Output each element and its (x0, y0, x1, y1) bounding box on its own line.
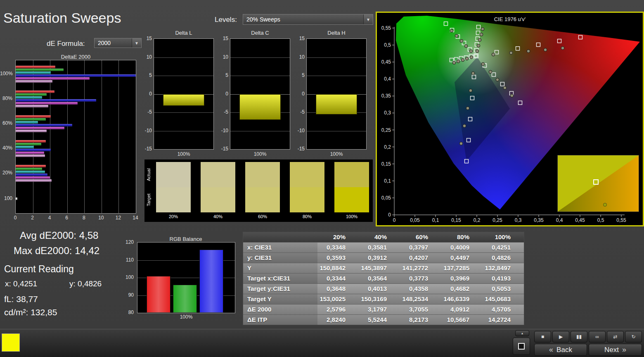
gridline (230, 131, 290, 131)
deltae-bar (16, 152, 44, 154)
table-cell: 5,5244 (359, 315, 400, 325)
svg-text:0,15: 0,15 (381, 161, 391, 167)
delta-h-title: Delta H (306, 30, 367, 36)
rgb-balance-xlabel: 100% (137, 314, 235, 320)
table-header-cell: 60% (400, 232, 441, 242)
refresh-button[interactable]: ↻ (625, 331, 642, 343)
delta-y-label: 5 (293, 72, 305, 78)
de-formula-value: 2000 (98, 40, 111, 46)
delta-y-label: 15 (140, 36, 152, 41)
gridline (230, 76, 290, 76)
de-formula-select[interactable]: 2000 ▼ (94, 38, 142, 48)
cie-measured-marker (469, 89, 472, 92)
cie-measured-marker (478, 38, 481, 42)
rgb-balance-title: RGB Balance (136, 236, 235, 242)
double-chevron-left-icon: « (549, 345, 553, 354)
svg-text:0,4: 0,4 (556, 217, 563, 223)
gridline (154, 112, 213, 113)
table-cell: 0,4497 (441, 253, 483, 263)
svg-text:0,3: 0,3 (515, 217, 522, 223)
cie-measured-marker (459, 142, 463, 145)
target-row-label: Target (146, 188, 151, 212)
delta-y-label: -15 (217, 146, 228, 152)
actual-target-swatch (290, 162, 324, 212)
play-button[interactable]: ▶ (552, 331, 569, 343)
swatch-level-label: 20% (156, 214, 191, 219)
delta-l-plot (154, 38, 214, 150)
deltae-y-label: 100% (0, 71, 12, 76)
table-cell: 153,0025 (317, 294, 359, 304)
cie-diagram-panel[interactable]: CIE 1976 u'v' 000,050,050,10,10,150 (376, 12, 644, 226)
table-cell: 0,4013 (359, 284, 400, 294)
svg-text:0,4: 0,4 (384, 76, 391, 82)
table-cell: 146,6339 (441, 294, 483, 304)
deltae-bar (16, 168, 42, 170)
next-button[interactable]: Next » (589, 344, 642, 356)
svg-text:0,05: 0,05 (410, 217, 420, 223)
cie-measured-marker (457, 60, 460, 63)
deltae-bar (16, 143, 41, 145)
deltae-bar (16, 77, 90, 80)
delta-y-label: 0 (217, 91, 228, 97)
back-button[interactable]: « Back (534, 344, 587, 356)
double-chevron-right-icon: » (622, 345, 626, 354)
cie-color-preview (557, 155, 639, 212)
deltae-y-label: 20% (0, 170, 12, 176)
play-icon: ▶ (559, 334, 563, 340)
cie-measured-marker (480, 33, 483, 36)
table-cell: 2,8240 (317, 315, 359, 325)
deltae-bar (16, 102, 78, 105)
table-row-label: Target y:CIE31 (243, 284, 317, 294)
avg-de2000: Avg dE2000: 4,58 (20, 230, 98, 241)
gridline (67, 60, 68, 213)
display-stop-button[interactable] (513, 338, 530, 355)
bottom-toolbar: 20%40%60%80%100% ▴ ■▶▮▮∞⇄↻ « Back Next » (0, 329, 644, 357)
deltae-bar (16, 74, 136, 77)
delta-y-label: 0 (293, 91, 305, 97)
svg-text:0,5: 0,5 (597, 217, 604, 223)
table-cell: 2,5796 (317, 305, 359, 314)
cie-measured-marker (450, 29, 453, 33)
table-cell: 14,2724 (483, 315, 524, 325)
table-cell: 0,3773 (400, 274, 441, 283)
table-row-label: Target Y (243, 294, 317, 304)
table-cell: 148,2534 (400, 294, 441, 304)
deltae-bar (16, 115, 51, 118)
deltae-bar (16, 165, 46, 167)
levels-select[interactable]: 20% Sweeps ▼ (243, 14, 373, 25)
delta-y-label: -10 (217, 128, 228, 133)
loop-button[interactable]: ∞ (589, 331, 606, 343)
pause-button[interactable]: ▮▮ (571, 331, 587, 343)
deltae-bar (16, 121, 38, 124)
toolbar-collapse-button[interactable]: ▴ (515, 330, 529, 336)
table-cell: 0,4193 (483, 274, 524, 283)
sync-button[interactable]: ⇄ (607, 331, 624, 343)
rgb-y-label: 100 (123, 274, 134, 280)
table-row: ΔE 20002,57963,17973,70554,09124,5705 (243, 304, 524, 314)
cie-measured-marker (492, 53, 495, 56)
cie-measured-marker (481, 28, 484, 31)
table-row: Target y:CIE310,36480,40130,43580,46820,… (243, 283, 524, 294)
table-cell: 0,3564 (359, 274, 400, 283)
svg-text:0: 0 (393, 217, 396, 223)
rgb-bar-red (147, 276, 170, 313)
delta-y-label: 10 (293, 54, 305, 60)
table-cell: 3,1797 (359, 305, 400, 314)
stop-button[interactable]: ■ (534, 331, 551, 343)
cie-measured-marker (466, 107, 469, 110)
table-row-label: x: CIE31 (243, 243, 317, 252)
table-row: x: CIE310,33480,35810,37970,40090,4251 (243, 242, 524, 252)
delta-y-label: -15 (140, 146, 152, 152)
delta-y-label: -5 (293, 109, 305, 115)
rgb-y-label: 90 (123, 292, 134, 298)
table-header-row: 20%40%60%80%100% (243, 232, 524, 242)
cie-measured-marker (455, 34, 458, 38)
deltae-y-axis: 100%80%60%40%20%100 (0, 60, 14, 214)
actual-swatch (245, 162, 280, 187)
deltae-bar (16, 198, 17, 200)
actual-target-strip: Actual Target 20%40%60%80%100% (144, 159, 373, 222)
deltae-bar (16, 118, 46, 121)
deltae-bar (16, 155, 45, 157)
cie-measured-marker (510, 94, 514, 98)
rgb-bar-green (173, 285, 197, 313)
